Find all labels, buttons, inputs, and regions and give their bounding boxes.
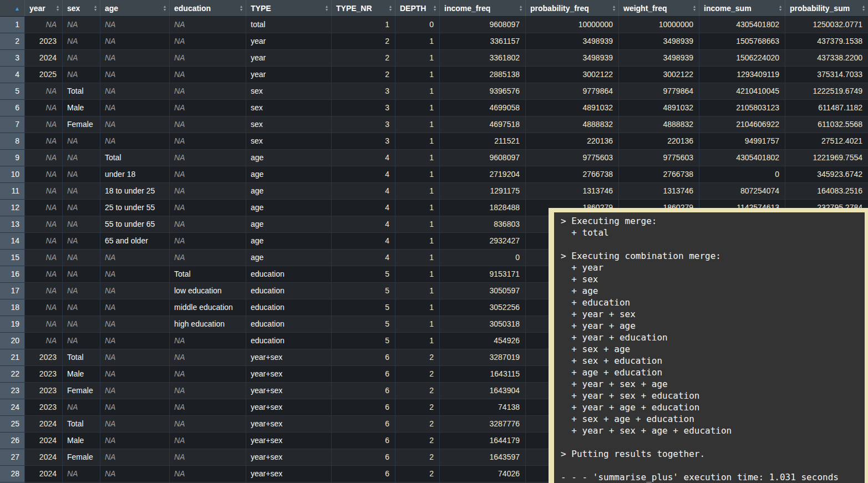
- cell-income_sum: 2105803123: [699, 100, 785, 116]
- cell-DEPTH: 2: [395, 433, 439, 449]
- cell-probability_sum: 611487.1182: [785, 100, 868, 116]
- cell-age: NA: [100, 383, 169, 399]
- cell-education: low education: [169, 283, 246, 299]
- cell-TYPE_NR: 6: [331, 349, 395, 366]
- cell-probability_sum: 164083.2516: [785, 183, 868, 200]
- cell-year: NA: [24, 17, 62, 33]
- column-label: age: [105, 4, 118, 13]
- cell-income_freq: 3052256: [439, 299, 525, 316]
- cell-sex: NA: [62, 233, 100, 250]
- table-row[interactable]: 1NANANANAtotal10960809710000000100000004…: [0, 17, 868, 33]
- row-number: 23: [0, 383, 24, 399]
- cell-age: 65 and older: [100, 233, 169, 250]
- console-output: > Executing merge: + total > Executing c…: [554, 212, 865, 483]
- cell-probability_sum: 437338.2200: [785, 50, 868, 67]
- row-number: 20: [0, 333, 24, 349]
- cell-TYPE_NR: 6: [331, 399, 395, 416]
- column-header-income_sum[interactable]: income_sum▴▾: [699, 0, 785, 17]
- column-header-education[interactable]: education▴▾: [169, 0, 246, 17]
- cell-TYPE: age: [246, 233, 331, 250]
- cell-age: NA: [100, 116, 169, 133]
- cell-income_freq: 211521: [439, 133, 525, 150]
- table-row[interactable]: 11NANA18 to under 25NAage411291175131374…: [0, 183, 868, 200]
- cell-year: 2024: [24, 416, 62, 433]
- table-row[interactable]: 8NANANANAsex3121152122013622013694991757…: [0, 133, 868, 150]
- cell-education: NA: [169, 383, 246, 399]
- cell-DEPTH: 2: [395, 349, 439, 366]
- column-header-TYPE_NR[interactable]: TYPE_NR▴▾: [331, 0, 395, 17]
- column-header-probability_sum[interactable]: probability_sum▴▾: [785, 0, 868, 17]
- table-row[interactable]: 22023NANANAyear2133611573498939349893915…: [0, 33, 868, 50]
- cell-TYPE_NR: 3: [331, 116, 395, 133]
- cell-probability_sum: 345923.6742: [785, 166, 868, 183]
- sort-icons: ▴▾: [389, 5, 392, 12]
- cell-sex: NA: [62, 183, 100, 200]
- cell-weight_freq: 3002122: [618, 67, 699, 83]
- table-row[interactable]: 42025NANANAyear2128851383002122300212212…: [0, 67, 868, 83]
- table-row[interactable]: 9NANATotalNAage4196080979775603977560343…: [0, 150, 868, 166]
- cell-year: NA: [24, 100, 62, 116]
- column-header-income_freq[interactable]: income_freq▴▾: [439, 0, 525, 17]
- cell-TYPE_NR: 5: [331, 299, 395, 316]
- cell-age: 55 to under 65: [100, 216, 169, 233]
- cell-probability_freq: 4891032: [525, 100, 618, 116]
- column-header-weight_freq[interactable]: weight_freq▴▾: [618, 0, 699, 17]
- cell-sex: Female: [62, 116, 100, 133]
- cell-age: NA: [100, 466, 169, 482]
- cell-income_freq: 74138: [439, 399, 525, 416]
- cell-year: NA: [24, 200, 62, 216]
- column-header-age[interactable]: age▴▾: [100, 0, 169, 17]
- cell-income_freq: 3287019: [439, 349, 525, 366]
- cell-weight_freq: 220136: [618, 133, 699, 150]
- sort-down-icon: ▾: [57, 8, 59, 12]
- cell-income_freq: 9153171: [439, 266, 525, 283]
- table-row[interactable]: 32024NANANAyear2133618023498939349893915…: [0, 50, 868, 67]
- cell-DEPTH: 1: [395, 250, 439, 266]
- cell-TYPE: year+sex: [246, 383, 331, 399]
- cell-DEPTH: 1: [395, 116, 439, 133]
- table-row[interactable]: 6NAMaleNANAsex31469905848910324891032210…: [0, 100, 868, 116]
- cell-sex: Female: [62, 449, 100, 466]
- cell-education: NA: [169, 183, 246, 200]
- cell-TYPE: year+sex: [246, 433, 331, 449]
- row-number: 19: [0, 316, 24, 333]
- cell-income_freq: 0: [439, 250, 525, 266]
- sort-down-icon: ▾: [326, 8, 328, 12]
- cell-age: NA: [100, 50, 169, 67]
- cell-year: 2023: [24, 383, 62, 399]
- column-header-sex[interactable]: sex▴▾: [62, 0, 100, 17]
- cell-age: NA: [100, 416, 169, 433]
- cell-sex: Male: [62, 100, 100, 116]
- cell-sex: NA: [62, 283, 100, 299]
- table-row[interactable]: 5NATotalNANAsex3193965769779864977986442…: [0, 83, 868, 100]
- column-header-TYPE[interactable]: TYPE▴▾: [246, 0, 331, 17]
- table-row[interactable]: 10NANAunder 18NAage412719204276673827667…: [0, 166, 868, 183]
- row-number: 8: [0, 133, 24, 150]
- cell-education: NA: [169, 50, 246, 67]
- cell-DEPTH: 1: [395, 33, 439, 50]
- cell-TYPE_NR: 2: [331, 33, 395, 50]
- cell-weight_freq: 3498939: [618, 33, 699, 50]
- cell-education: NA: [169, 116, 246, 133]
- column-header-DEPTH[interactable]: DEPTH▴▾: [395, 0, 439, 17]
- sort-icons: ▴▾: [862, 5, 865, 12]
- cell-education: NA: [169, 433, 246, 449]
- column-header-probability_freq[interactable]: probability_freq▴▾: [525, 0, 618, 17]
- cell-year: NA: [24, 250, 62, 266]
- cell-sex: Female: [62, 383, 100, 399]
- cell-education: NA: [169, 449, 246, 466]
- column-header-year[interactable]: year▴▾: [24, 0, 62, 17]
- row-number: 22: [0, 366, 24, 383]
- cell-TYPE_NR: 4: [331, 166, 395, 183]
- cell-sex: NA: [62, 67, 100, 83]
- cell-income_freq: 3050597: [439, 283, 525, 299]
- cell-TYPE_NR: 5: [331, 283, 395, 299]
- cell-year: NA: [24, 166, 62, 183]
- cell-DEPTH: 2: [395, 416, 439, 433]
- cell-sex: NA: [62, 17, 100, 33]
- row-number: 18: [0, 299, 24, 316]
- cell-probability_freq: 10000000: [525, 17, 618, 33]
- table-row[interactable]: 7NAFemaleNANAsex314697518488883248888322…: [0, 116, 868, 133]
- sort-down-icon: ▾: [389, 8, 392, 12]
- row-index-header[interactable]: ▴: [0, 0, 24, 17]
